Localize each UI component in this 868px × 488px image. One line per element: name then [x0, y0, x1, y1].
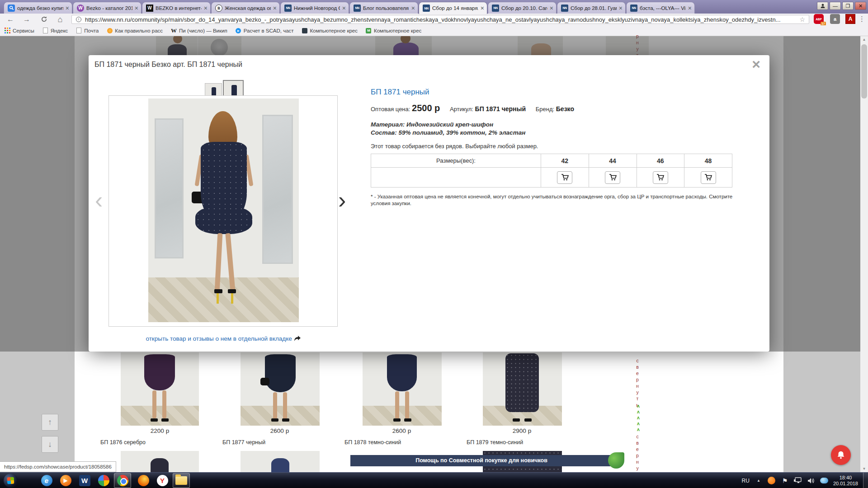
- product-card-photo[interactable]: [483, 352, 562, 426]
- tab-search[interactable]: одежда безко купит ×: [4, 2, 72, 14]
- bookmark-wikipedia-pi[interactable]: W Пи (число) — Викип: [171, 28, 227, 33]
- tab-close-icon[interactable]: ×: [481, 5, 484, 11]
- product-card-photo[interactable]: [241, 352, 320, 426]
- action-center-flag-icon[interactable]: ⚑: [781, 477, 789, 485]
- back-button[interactable]: ←: [5, 14, 16, 25]
- taskbar-explorer-icon[interactable]: [173, 473, 190, 488]
- antivirus-tray-icon[interactable]: [768, 477, 776, 485]
- tab-close-icon[interactable]: ×: [66, 5, 69, 11]
- start-button[interactable]: [4, 474, 18, 488]
- taskbar-ie-icon[interactable]: e: [38, 473, 55, 488]
- scroll-top-carets[interactable]: ʌʌʌʌʌ: [636, 403, 641, 432]
- windows-flag-icon: [7, 477, 14, 484]
- hidden-icons-arrow-icon[interactable]: ▲: [755, 477, 763, 485]
- taskbar-clock[interactable]: 18:40 20.01.2018: [833, 475, 858, 487]
- tab-close-icon[interactable]: ×: [550, 5, 553, 11]
- tab-active-sbor-14[interactable]: NN Сбор до 14 января. ×: [419, 2, 487, 14]
- scroll-up-button[interactable]: ↑: [42, 414, 58, 431]
- restore-button[interactable]: ❐: [842, 2, 854, 10]
- product-name-link[interactable]: БП 1879 темно-синий: [467, 439, 584, 446]
- reload-button[interactable]: [38, 14, 50, 25]
- tab-user-blog[interactable]: NN Блог пользователя ×: [349, 2, 418, 14]
- add-to-cart-size-44-button[interactable]: [605, 171, 620, 184]
- tab-sbor-2801[interactable]: NN Сбор до 28.01. Гуам ×: [557, 2, 626, 14]
- adobe-pdf-extension-icon[interactable]: A: [845, 14, 856, 25]
- tab-besta-olya[interactable]: NN бэста, ---OLYA--- Vib ×: [626, 2, 695, 14]
- bookmark-mail[interactable]: Почта: [76, 28, 99, 33]
- forward-button[interactable]: →: [21, 14, 33, 25]
- add-to-cart-size-48-button[interactable]: [701, 171, 716, 184]
- taskbar-colorful-app-icon[interactable]: [95, 473, 112, 488]
- network-tray-icon[interactable]: [794, 477, 802, 485]
- next-row-photo-fragment[interactable]: [121, 451, 199, 472]
- next-row-photo-fragment[interactable]: [241, 451, 320, 472]
- b-circle-favicon-icon: B: [215, 5, 222, 12]
- language-indicator[interactable]: RU: [742, 478, 750, 484]
- taskbar-media-player-icon[interactable]: ▶: [57, 473, 74, 488]
- taskbar-word-icon[interactable]: W: [76, 473, 93, 488]
- search-favicon-icon: [8, 5, 15, 12]
- collapse-link[interactable]: свернуть: [635, 358, 640, 408]
- notification-bell-button[interactable]: [831, 445, 851, 465]
- browser-menu-icon[interactable]: ⋮: [859, 15, 865, 23]
- close-window-button[interactable]: ✕: [855, 2, 866, 10]
- adblock-extension-icon[interactable]: ABP 37: [814, 14, 825, 25]
- add-to-cart-size-46-button[interactable]: [653, 171, 668, 184]
- taskbar-firefox-icon[interactable]: [135, 473, 152, 488]
- scrollbar-up-icon[interactable]: ▲: [860, 36, 868, 43]
- address-bar[interactable]: i https://www.nn.ru/community/sp/main/sb…: [71, 15, 809, 24]
- carousel-next-icon[interactable]: ›: [338, 188, 346, 212]
- tab-womens-clothing[interactable]: B Женская одежда оп ×: [211, 2, 280, 14]
- home-button[interactable]: ⌂: [54, 14, 66, 25]
- product-name-link[interactable]: БП 1877 черный: [222, 439, 340, 446]
- product-card-photo[interactable]: [121, 352, 199, 426]
- tab-nn-city[interactable]: NN Нижний Новгород С ×: [280, 2, 349, 14]
- bookmark-scad[interactable]: ▶ Расчет в SCAD, част: [236, 28, 294, 33]
- bookmark-chair-1[interactable]: Компьютерное крес: [302, 28, 358, 33]
- url-text[interactable]: https://www.nn.ru/community/sp/main/sbor…: [85, 16, 796, 23]
- tab-close-icon[interactable]: ×: [688, 5, 692, 11]
- profile-button[interactable]: [817, 2, 828, 10]
- tab-close-icon[interactable]: ×: [411, 5, 415, 11]
- bookmark-how-to[interactable]: Как правильно расс: [107, 28, 163, 33]
- bookmarks-bar: Сервисы Яндекс Почта Как правильно расс …: [0, 25, 868, 36]
- tab-close-icon[interactable]: ×: [273, 5, 277, 11]
- garment-art: [265, 354, 296, 392]
- shopping-extension-icon[interactable]: a: [830, 14, 841, 25]
- bookmark-services[interactable]: Сервисы: [5, 28, 34, 33]
- help-banner[interactable]: Помощь по Совместной покупке для новичко…: [350, 455, 613, 466]
- bookmark-star-icon[interactable]: ☆: [799, 16, 805, 23]
- tab-close-icon[interactable]: ×: [619, 5, 623, 11]
- scrollbar-thumb[interactable]: [861, 44, 867, 99]
- taskbar-chrome-icon[interactable]: [114, 473, 131, 488]
- tab-close-icon[interactable]: ×: [342, 5, 346, 11]
- minimize-button[interactable]: —: [830, 2, 841, 10]
- tab-sbor-2010[interactable]: NN Сбор до 20.10. Card ×: [488, 2, 557, 14]
- taskbar-yandex-browser-icon[interactable]: Y: [154, 473, 171, 488]
- open-product-link[interactable]: открыть товар и отзывы о нем в отдельной…: [108, 335, 338, 342]
- product-name-link[interactable]: БП 1876 серебро: [100, 439, 218, 446]
- carousel-prev-icon[interactable]: ‹: [95, 188, 103, 212]
- modal-close-icon[interactable]: ×: [752, 56, 760, 73]
- page-info-icon[interactable]: i: [76, 17, 81, 22]
- weather-tray-icon[interactable]: [820, 477, 828, 485]
- tab-close-icon[interactable]: ×: [204, 5, 208, 11]
- volume-tray-icon[interactable]: [807, 477, 815, 485]
- product-card-photo[interactable]: [363, 352, 442, 426]
- show-desktop-button[interactable]: [863, 473, 868, 488]
- scroll-down-button[interactable]: ↓: [42, 436, 58, 453]
- tab-close-icon[interactable]: ×: [135, 5, 138, 11]
- page-scrollbar[interactable]: ▲ ▼: [860, 36, 868, 472]
- page-viewport: рнуть БП 1871 черный Безко арт. БП 1871 …: [0, 36, 868, 472]
- scrollbar-down-icon[interactable]: ▼: [860, 465, 868, 472]
- nn-favicon-icon: NN: [492, 5, 499, 12]
- bookmark-chair-2[interactable]: M Компьютерное крес: [366, 28, 421, 33]
- tab-bezko-shop[interactable]: W BEZKO в интернет-м ×: [142, 2, 211, 14]
- screen: одежда безко купит × W Bezko - каталог 2…: [0, 0, 868, 488]
- product-name-link[interactable]: БП 1878 темно-синий: [344, 439, 462, 446]
- product-photo[interactable]: [148, 99, 299, 322]
- add-to-cart-size-42-button[interactable]: [557, 171, 572, 184]
- bookmark-yandex[interactable]: Яндекс: [42, 28, 68, 33]
- green-m-icon: M: [366, 28, 372, 33]
- tab-bezko-catalog[interactable]: W Bezko - каталог 201 ×: [73, 2, 142, 14]
